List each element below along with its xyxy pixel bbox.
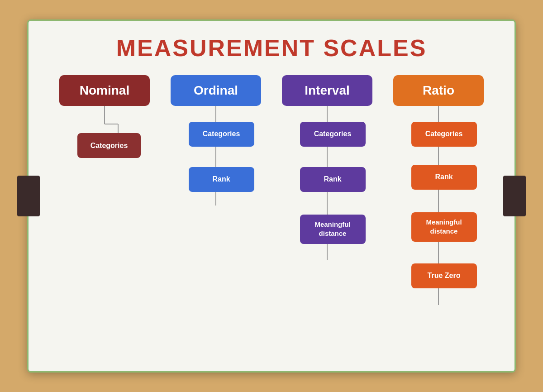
ordinal-tree: Categories Rank [171,106,261,260]
nominal-tree: Categories [59,106,150,260]
whiteboard: MEASUREMENT SCALES Nominal Categories Or… [27,19,516,373]
ordinal-column: Ordinal Categories Rank [171,75,261,260]
svg-text:Rank: Rank [435,173,452,181]
svg-text:Rank: Rank [324,175,341,183]
svg-text:distance: distance [430,227,458,235]
svg-text:distance: distance [319,229,347,237]
svg-text:Rank: Rank [212,175,230,183]
ratio-tree: Categories Rank Meaningful distance True… [393,106,484,319]
board-clip-right [503,176,526,216]
interval-header: Interval [282,75,372,106]
ratio-column: Ratio Categories Rank Mea [393,75,484,319]
svg-text:Categories: Categories [203,130,240,138]
svg-text:Categories: Categories [425,130,463,138]
ratio-header: Ratio [393,75,484,106]
svg-text:Categories: Categories [314,130,352,138]
nominal-header: Nominal [59,75,150,106]
svg-text:Meaningful: Meaningful [314,220,350,228]
scales-container: Nominal Categories Ordinal [38,75,505,319]
ordinal-header: Ordinal [171,75,261,106]
page-title: MEASUREMENT SCALES [116,34,427,62]
nominal-column: Nominal Categories [59,75,150,260]
svg-text:Categories: Categories [90,142,128,149]
interval-column: Interval Categories Rank [282,75,372,287]
interval-tree: Categories Rank Meaningful distance [282,106,372,287]
svg-text:True Zero: True Zero [428,272,461,279]
svg-text:Meaningful: Meaningful [426,218,462,226]
board-clip-left [17,176,40,216]
